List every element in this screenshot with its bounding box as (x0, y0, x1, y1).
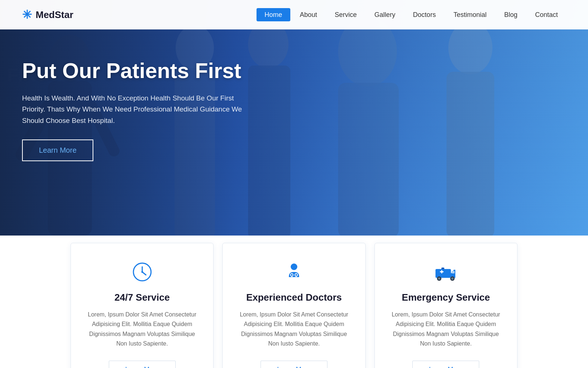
card-2-learn-more-button[interactable]: Learn More (261, 361, 327, 368)
nav-item-contact[interactable]: Contact (527, 11, 566, 19)
card-1-learn-more-button[interactable]: Learn More (109, 361, 176, 368)
logo-icon: ✳ (22, 8, 32, 22)
svg-rect-30 (441, 268, 444, 269)
nav-link-about[interactable]: About (292, 8, 325, 21)
svg-point-29 (451, 277, 453, 280)
cards-section: 24/7 Service Lorem, Ipsum Dolor Sit Amet… (0, 232, 588, 368)
nav-item-gallery[interactable]: Gallery (366, 11, 404, 19)
card-2-text: Lorem, Ipsum Dolor Sit Amet Consectetur … (237, 310, 350, 349)
nav-link-testimonial[interactable]: Testimonial (445, 8, 495, 21)
svg-point-27 (438, 277, 440, 280)
nav-links: Home About Service Gallery Doctors Testi… (257, 11, 566, 19)
nav-link-home[interactable]: Home (257, 8, 290, 21)
nav-item-testimonial[interactable]: Testimonial (445, 11, 495, 19)
clock-icon (132, 262, 153, 287)
nav-item-blog[interactable]: Blog (496, 11, 526, 19)
card-3-text: Lorem, Ipsum Dolor Sit Amet Consectetur … (390, 310, 502, 349)
card-2-title: Experienced Doctors (237, 292, 350, 303)
card-3-title: Emergency Service (390, 292, 502, 303)
navbar: ✳ MedStar Home About Service Gallery Doc… (0, 0, 588, 29)
hero-subtitle: Health Is Wealth. And With No Exception … (22, 93, 250, 126)
hero-learn-more-button[interactable]: Learn More (22, 139, 93, 161)
service-card-247: 24/7 Service Lorem, Ipsum Dolor Sit Amet… (71, 243, 214, 368)
ambulance-icon (434, 262, 458, 287)
card-1-title: 24/7 Service (86, 292, 198, 303)
nav-link-doctors[interactable]: Doctors (405, 8, 444, 21)
hero-title: Put Our Patients First (22, 59, 250, 82)
service-card-emergency: Emergency Service Lorem, Ipsum Dolor Sit… (374, 243, 517, 368)
nav-link-blog[interactable]: Blog (496, 8, 526, 21)
brand-name: MedStar (36, 9, 74, 21)
nav-link-gallery[interactable]: Gallery (366, 8, 404, 21)
hero-content: Put Our Patients First Health Is Wealth.… (22, 59, 250, 161)
nav-item-about[interactable]: About (292, 11, 325, 19)
nav-item-home[interactable]: Home (257, 11, 290, 19)
svg-point-19 (291, 263, 297, 270)
card-3-learn-more-button[interactable]: Learn More (412, 361, 479, 368)
logo[interactable]: ✳ MedStar (22, 8, 74, 22)
svg-rect-22 (435, 269, 451, 278)
nav-link-contact[interactable]: Contact (527, 8, 566, 21)
svg-rect-23 (452, 271, 455, 273)
svg-point-18 (141, 271, 143, 273)
hero-section: FIRS Put Our Patients First Health Is We… (0, 0, 588, 236)
doctor-icon (284, 262, 304, 287)
nav-item-service[interactable]: Service (327, 11, 365, 19)
card-1-text: Lorem, Ipsum Dolor Sit Amet Consectetur … (86, 310, 198, 349)
nav-link-service[interactable]: Service (327, 8, 365, 21)
nav-item-doctors[interactable]: Doctors (405, 11, 444, 19)
svg-rect-25 (441, 270, 442, 273)
service-card-doctors: Experienced Doctors Lorem, Ipsum Dolor S… (222, 243, 365, 368)
